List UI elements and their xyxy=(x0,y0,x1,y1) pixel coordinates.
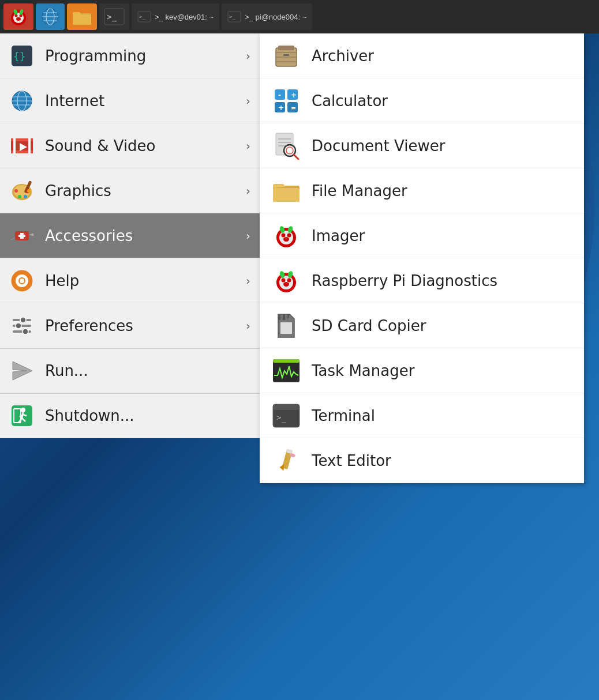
menu-item-preferences[interactable]: Preferences › xyxy=(0,303,260,348)
svg-point-52 xyxy=(20,317,26,323)
submenu-item-text-editor[interactable]: Text Editor xyxy=(260,438,584,483)
svg-text:>_: >_ xyxy=(107,12,117,22)
svg-rect-32 xyxy=(13,138,16,153)
svg-text:{}: {} xyxy=(13,50,26,62)
programming-label: Programming xyxy=(45,47,235,65)
svg-rect-70 xyxy=(283,54,289,56)
document-viewer-icon xyxy=(271,131,301,161)
file-manager-label: File Manager xyxy=(312,182,407,200)
submenu-item-imager[interactable]: Imager xyxy=(260,213,584,258)
help-label: Help xyxy=(45,272,235,289)
svg-rect-71 xyxy=(278,46,294,50)
menu-item-sound-video[interactable]: Sound & Video › xyxy=(0,123,260,168)
svg-point-93 xyxy=(283,237,289,242)
accessories-arrow: › xyxy=(246,229,250,243)
kev-terminal-button[interactable]: >_ >_ kev@dev01: ~ xyxy=(132,3,219,30)
sound-video-label: Sound & Video xyxy=(45,137,235,155)
submenu-item-rpi-diagnostics[interactable]: Raspberry Pi Diagnostics xyxy=(260,258,584,303)
svg-point-92 xyxy=(287,233,291,237)
sd-card-copier-label: SD Card Copier xyxy=(312,317,426,334)
globe-button[interactable] xyxy=(36,3,65,30)
svg-rect-88 xyxy=(273,188,300,202)
svg-point-40 xyxy=(18,195,21,198)
svg-text:=: = xyxy=(291,104,296,112)
taskbar: >_ >_ >_ kev@dev01: ~ >_ >_ pi@node004: … xyxy=(0,0,599,33)
graphics-label: Graphics xyxy=(45,182,235,200)
programming-arrow: › xyxy=(246,49,250,63)
svg-point-98 xyxy=(282,278,286,282)
menu-item-run[interactable]: Run... xyxy=(0,348,260,393)
svg-marker-55 xyxy=(13,362,32,380)
svg-point-57 xyxy=(21,408,25,412)
text-editor-label: Text Editor xyxy=(312,452,391,469)
run-label: Run... xyxy=(45,362,250,379)
svg-rect-105 xyxy=(273,359,300,363)
svg-point-39 xyxy=(14,189,18,193)
sound-icon xyxy=(9,133,35,159)
terminal-label: Terminal xyxy=(312,407,375,424)
rpi-menu-button[interactable] xyxy=(3,3,33,30)
imager-icon xyxy=(271,221,301,251)
svg-text:-: - xyxy=(278,91,281,99)
svg-point-42 xyxy=(27,189,31,193)
sd-card-copier-icon xyxy=(271,311,301,341)
pi-terminal-button[interactable]: >_ >_ pi@node004: ~ xyxy=(222,3,312,30)
document-viewer-label: Document Viewer xyxy=(312,137,445,155)
svg-rect-107 xyxy=(273,404,300,410)
svg-point-99 xyxy=(287,278,291,282)
submenu-item-terminal[interactable]: >_ Terminal xyxy=(260,393,584,438)
svg-point-53 xyxy=(16,323,21,329)
internet-label: Internet xyxy=(45,92,235,110)
menu-item-shutdown[interactable]: Shutdown... xyxy=(0,393,260,438)
svg-text:>_: >_ xyxy=(139,14,145,20)
calculator-label: Calculator xyxy=(312,92,388,110)
svg-rect-45 xyxy=(18,235,25,237)
globe-icon xyxy=(9,88,35,114)
text-editor-icon xyxy=(271,446,301,476)
svg-text:>_: >_ xyxy=(276,413,286,423)
terminal-icon: >_ xyxy=(271,401,301,431)
accessories-icon xyxy=(9,223,35,249)
menu-item-help[interactable]: Help › xyxy=(0,258,260,303)
help-arrow: › xyxy=(246,274,250,288)
menu-item-internet[interactable]: Internet › xyxy=(0,78,260,123)
submenu-item-file-manager[interactable]: File Manager xyxy=(260,168,584,213)
svg-point-48 xyxy=(19,278,25,284)
menu-item-graphics[interactable]: Graphics › xyxy=(0,168,260,213)
archiver-label: Archiver xyxy=(312,47,374,65)
preferences-arrow: › xyxy=(246,319,250,333)
preferences-label: Preferences xyxy=(45,317,235,334)
graphics-arrow: › xyxy=(246,184,250,198)
submenu-item-document-viewer[interactable]: Document Viewer xyxy=(260,123,584,168)
shutdown-icon xyxy=(9,403,35,428)
svg-point-54 xyxy=(23,329,28,334)
svg-point-41 xyxy=(24,195,27,198)
main-menu: {} Programming › Internet › xyxy=(0,33,260,438)
help-icon xyxy=(9,268,35,293)
menu-item-accessories[interactable]: Accessories › xyxy=(0,213,260,258)
submenu-item-archiver[interactable]: Archiver xyxy=(260,33,584,78)
shutdown-label: Shutdown... xyxy=(45,407,250,424)
svg-line-86 xyxy=(294,155,298,159)
run-icon xyxy=(9,358,35,383)
accessories-submenu: Archiver - + + = Calculator xyxy=(260,33,584,483)
accessories-label: Accessories xyxy=(45,227,235,244)
code-icon: {} xyxy=(9,43,35,69)
submenu-item-calculator[interactable]: - + + = Calculator xyxy=(260,78,584,123)
svg-point-91 xyxy=(282,233,286,237)
menu-item-programming[interactable]: {} Programming › xyxy=(0,33,260,78)
svg-rect-103 xyxy=(280,322,292,334)
rpi-diagnostics-icon xyxy=(271,266,301,296)
terminal-button[interactable]: >_ xyxy=(99,3,129,30)
rpi-diagnostics-label: Raspberry Pi Diagnostics xyxy=(312,272,497,289)
svg-text:>_: >_ xyxy=(229,14,235,20)
submenu-item-sd-card-copier[interactable]: SD Card Copier xyxy=(260,303,584,348)
submenu-item-task-manager[interactable]: Task Manager xyxy=(260,348,584,393)
svg-point-85 xyxy=(286,147,293,154)
folder-button[interactable] xyxy=(67,3,97,30)
svg-point-100 xyxy=(283,282,289,287)
task-manager-label: Task Manager xyxy=(312,362,414,379)
svg-rect-33 xyxy=(28,138,31,153)
svg-text:+: + xyxy=(278,104,284,112)
preferences-icon xyxy=(9,313,35,338)
